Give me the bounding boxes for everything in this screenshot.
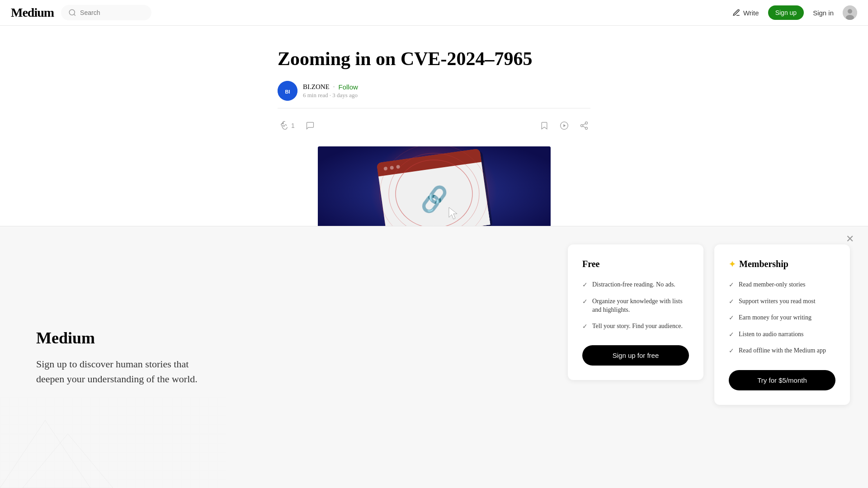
author-name-row: BI.ZONE · Follow (303, 83, 358, 91)
svg-line-12 (583, 127, 585, 128)
read-time: 6 min read (303, 92, 328, 99)
svg-line-13 (583, 124, 585, 125)
actions-right (538, 119, 590, 132)
hero-image: 🔗 (318, 146, 551, 237)
article-container: Zooming in on CVE-2024–7965 BI BI.ZONE ·… (267, 26, 601, 237)
comment-button[interactable] (304, 119, 316, 132)
clap-icon (279, 121, 288, 130)
share-icon (580, 121, 589, 130)
bookmark-icon (540, 121, 549, 130)
divider-top (278, 108, 590, 108)
svg-point-0 (69, 9, 75, 15)
bottom-overlay: ✕ Medium Sign up to discover human stori… (0, 226, 868, 237)
author-avatar-img: BI (278, 81, 297, 101)
svg-line-1 (74, 14, 75, 15)
separator: · (333, 83, 335, 91)
article-title: Zooming in on CVE-2024–7965 (278, 47, 590, 70)
svg-point-9 (585, 122, 588, 124)
hero-image-inner: 🔗 (318, 146, 551, 237)
signup-button[interactable]: Sign up (768, 5, 804, 20)
svg-point-3 (848, 9, 852, 14)
header-right: Write Sign up Sign in (732, 5, 857, 20)
follow-button[interactable]: Follow (339, 83, 358, 91)
listen-button[interactable] (558, 119, 571, 132)
author-info: BI.ZONE · Follow 6 min read · 3 days ago (303, 83, 358, 99)
svg-point-10 (581, 125, 583, 127)
article-meta: 6 min read · 3 days ago (303, 92, 358, 99)
overlay-plans: Free ✓ Distraction-free reading. No ads.… (559, 226, 868, 237)
clap-count: 1 (291, 122, 295, 129)
author-avatar[interactable]: BI (278, 81, 297, 101)
svg-marker-8 (563, 124, 566, 127)
header-left: Medium (11, 5, 151, 20)
actions-left: 1 (278, 119, 316, 132)
overlay-left: Medium Sign up to discover human stories… (0, 226, 559, 237)
avatar[interactable] (843, 5, 857, 20)
actions-bar: 1 (278, 116, 590, 136)
search-bar[interactable] (61, 5, 151, 20)
header: Medium Write Sign up Sign in (0, 0, 868, 26)
write-icon (732, 9, 741, 17)
medium-logo[interactable]: Medium (11, 5, 54, 20)
search-input[interactable] (80, 9, 144, 16)
avatar-icon (843, 5, 857, 20)
search-icon (68, 9, 76, 17)
comment-icon (306, 121, 315, 130)
author-row: BI BI.ZONE · Follow 6 min read · 3 days … (278, 81, 590, 101)
author-name[interactable]: BI.ZONE (303, 83, 330, 91)
play-icon (560, 121, 569, 130)
svg-text:🔗: 🔗 (417, 183, 450, 215)
share-button[interactable] (578, 119, 590, 132)
clap-button[interactable]: 1 (278, 119, 297, 132)
signin-button[interactable]: Sign in (813, 9, 834, 17)
write-button[interactable]: Write (732, 9, 759, 17)
publish-date: 3 days ago (332, 92, 358, 99)
hero-illustration: 🔗 (318, 146, 551, 237)
svg-text:BI: BI (285, 89, 290, 94)
svg-point-11 (585, 127, 588, 130)
save-button[interactable] (538, 119, 551, 132)
